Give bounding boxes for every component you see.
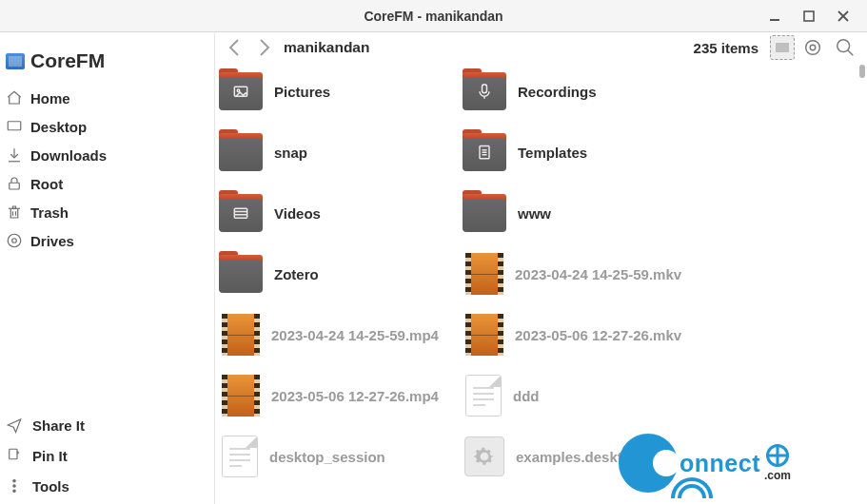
sidebar-item-label: Home <box>30 90 70 107</box>
sidebar-action-label: Tools <box>32 478 69 494</box>
sidebar-bottom: Share It Pin It Tools <box>0 411 214 504</box>
sidebar-action-label: Pin It <box>32 448 68 464</box>
search-icon <box>835 37 856 58</box>
sidebar-nav: Home Desktop Downloads Root Trash Drives <box>0 86 214 253</box>
file-item[interactable] <box>463 494 706 504</box>
svg-point-7 <box>12 239 17 243</box>
scrollbar-thumb[interactable] <box>859 65 865 78</box>
video-file-icon <box>465 253 503 295</box>
video-file-icon <box>222 314 260 356</box>
folder-item[interactable]: www <box>463 190 706 236</box>
more-vertical-icon <box>6 477 23 494</box>
app-brand: CoreFM <box>0 32 214 86</box>
sidebar-item-label: Drives <box>30 233 74 249</box>
grid-view-icon <box>776 43 789 52</box>
folder-item[interactable]: Pictures <box>219 68 463 114</box>
video-file-icon <box>222 375 260 417</box>
entry-label: Videos <box>274 205 321 222</box>
file-item[interactable] <box>219 494 463 504</box>
svg-rect-1 <box>804 11 814 21</box>
sidebar: CoreFM Home Desktop Downloads Root Trash <box>0 32 215 504</box>
text-file-icon <box>222 436 258 477</box>
folder-item[interactable]: Zotero <box>219 251 463 297</box>
sidebar-item-trash[interactable]: Trash <box>6 204 208 221</box>
file-item[interactable]: 2023-04-24 14-25-59.mkv <box>463 251 706 297</box>
sidebar-item-label: Desktop <box>30 119 87 135</box>
sidebar-item-label: Root <box>30 176 63 192</box>
folder-item[interactable]: Videos <box>219 190 463 236</box>
sidebar-item-root[interactable]: Root <box>6 175 208 192</box>
entry-label: 2023-05-06 12-27-26.mp4 <box>271 388 439 404</box>
svg-rect-23 <box>234 208 246 218</box>
app-logo-icon <box>6 53 25 69</box>
view-mode-button[interactable] <box>770 35 795 60</box>
entry-label: ddd <box>513 388 540 404</box>
folder-item[interactable]: Recordings <box>463 68 706 114</box>
file-item[interactable]: desktop_session <box>219 434 463 479</box>
svg-point-17 <box>237 89 240 92</box>
entry-label: Zotero <box>274 266 319 282</box>
status-item-count: 235 items <box>694 40 759 56</box>
folder-icon <box>219 192 263 234</box>
svg-point-9 <box>13 480 15 482</box>
trash-icon <box>6 204 23 221</box>
sidebar-action-share[interactable]: Share It <box>6 417 208 434</box>
pin-icon <box>6 447 23 464</box>
sidebar-action-label: Share It <box>32 417 85 434</box>
sidebar-action-pin[interactable]: Pin It <box>6 447 208 464</box>
breadcrumb-path[interactable]: manikandan <box>284 39 369 56</box>
entry-label: 2023-05-06 12-27-26.mkv <box>515 327 681 343</box>
settings-button[interactable] <box>798 33 827 62</box>
nav-back-button[interactable] <box>223 35 247 60</box>
desktop-icon <box>6 118 23 135</box>
entry-label: Templates <box>518 145 587 161</box>
file-item[interactable]: 2023-05-06 12-27-26.mkv <box>463 312 706 358</box>
window-close-button[interactable] <box>835 8 852 25</box>
folder-icon <box>463 192 506 234</box>
file-item[interactable]: 2023-05-06 12-27-26.mp4 <box>219 373 463 418</box>
search-button[interactable] <box>831 33 859 62</box>
entry-label: examples.desktop <box>516 449 640 465</box>
sidebar-action-tools[interactable]: Tools <box>6 477 208 494</box>
svg-point-11 <box>13 490 15 492</box>
sidebar-item-desktop[interactable]: Desktop <box>6 118 208 135</box>
file-item[interactable]: 2023-04-24 14-25-59.mp4 <box>219 312 463 358</box>
folder-item[interactable]: Templates <box>463 129 706 175</box>
file-item[interactable]: ddd <box>463 373 706 418</box>
file-item[interactable]: examples.desktop <box>463 434 706 479</box>
entry-label: Recordings <box>518 84 597 100</box>
svg-rect-8 <box>10 449 17 459</box>
app-name: CoreFM <box>30 49 105 72</box>
svg-point-6 <box>8 234 21 247</box>
entry-label: www <box>518 205 551 222</box>
svg-rect-4 <box>8 122 21 130</box>
folder-icon <box>219 253 263 295</box>
folder-icon <box>463 131 506 173</box>
folder-icon <box>463 70 506 112</box>
entry-label: Pictures <box>274 84 330 100</box>
svg-point-12 <box>806 41 820 55</box>
window-minimize-button[interactable] <box>766 8 783 25</box>
entry-label: 2023-04-24 14-25-59.mp4 <box>271 327 439 343</box>
file-grid: PicturesRecordingssnapTemplatesVideoswww… <box>215 63 867 504</box>
folder-icon <box>219 131 263 173</box>
window-maximize-button[interactable] <box>800 8 818 25</box>
download-icon <box>6 146 23 164</box>
svg-rect-16 <box>234 87 246 96</box>
folder-item[interactable]: snap <box>219 129 463 175</box>
desktop-file-icon <box>464 436 504 476</box>
svg-rect-5 <box>10 183 20 189</box>
video-file-icon <box>465 314 503 356</box>
sidebar-item-downloads[interactable]: Downloads <box>6 146 208 164</box>
share-icon <box>6 417 23 434</box>
gear-icon <box>802 37 823 58</box>
sidebar-item-drives[interactable]: Drives <box>6 232 208 249</box>
entry-label: desktop_session <box>269 449 385 465</box>
entry-label: 2023-04-24 14-25-59.mkv <box>515 266 681 282</box>
sidebar-item-home[interactable]: Home <box>6 89 208 107</box>
nav-forward-button[interactable] <box>251 35 276 60</box>
entry-label: snap <box>274 145 307 161</box>
content-pane: manikandan 235 items PicturesRecordingss… <box>215 32 867 504</box>
lock-icon <box>6 175 23 192</box>
drives-icon <box>6 232 23 249</box>
